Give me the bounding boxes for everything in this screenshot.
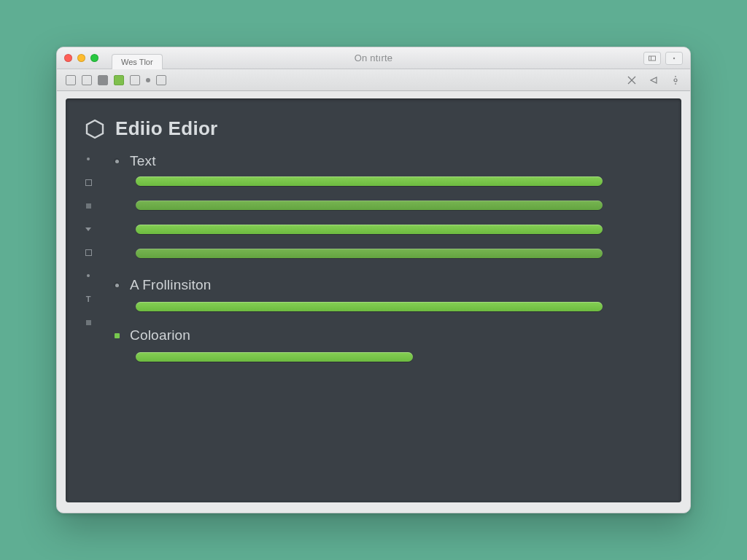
bullet-icon[interactable]: [146, 78, 150, 82]
hexagon-icon: [85, 119, 105, 139]
bullet-square-icon: [114, 332, 120, 338]
gutter-marker: [85, 317, 92, 327]
document-heading: Ediio Edior: [115, 117, 218, 140]
gutter-marker: [85, 224, 92, 234]
section-heading-frollinsiton: A Frollinsiton: [114, 277, 638, 293]
save-icon[interactable]: [98, 75, 108, 85]
window-title: On ntırte: [355, 52, 392, 63]
gutter-marker: [85, 201, 92, 211]
layout-icon[interactable]: [130, 75, 140, 85]
section-label: A Frollinsiton: [130, 277, 212, 293]
content-lines: [136, 302, 638, 311]
section-label: Text: [130, 153, 156, 169]
bullet-dot-icon: [114, 158, 120, 164]
svg-point-2: [673, 57, 675, 58]
folder-icon[interactable]: [82, 75, 92, 85]
text-line[interactable]: [136, 201, 603, 210]
gutter-marker: [85, 247, 92, 257]
section-heading-text: Text: [114, 153, 638, 169]
zoom-button[interactable]: [90, 54, 98, 62]
text-line[interactable]: [136, 249, 603, 258]
app-window: Wes Tlor On ntırte: [56, 47, 691, 513]
content-lines: [136, 176, 638, 258]
toolbar: [57, 69, 690, 91]
more-button[interactable]: [665, 52, 683, 65]
text-line[interactable]: [136, 352, 413, 362]
section-heading-coloarion: Coloarion: [114, 327, 638, 343]
share-icon[interactable]: [648, 74, 659, 86]
panel-toggle-button[interactable]: [643, 52, 661, 65]
titlebar: Wes Tlor On ntırte: [57, 47, 690, 69]
svg-point-5: [674, 79, 677, 82]
gutter-marker: [85, 154, 92, 164]
format-icon[interactable]: [156, 75, 166, 85]
gutter: T: [85, 154, 92, 327]
svg-marker-8: [87, 120, 103, 138]
close-button[interactable]: [64, 54, 72, 62]
svg-rect-0: [649, 56, 656, 61]
gutter-marker: [85, 177, 92, 187]
text-line[interactable]: [136, 302, 603, 311]
tab-label: Wes Tlor: [121, 58, 153, 66]
gutter-marker: [85, 271, 92, 281]
file-icon[interactable]: [66, 75, 76, 85]
run-icon[interactable]: [114, 75, 124, 85]
titlebar-right-controls: [643, 52, 683, 65]
tab-document[interactable]: Wes Tlor: [112, 54, 163, 70]
minimize-button[interactable]: [77, 54, 85, 62]
editor-pane[interactable]: Ediio Edior T Text A Frollinsiton: [66, 98, 681, 502]
cut-icon[interactable]: [626, 74, 638, 86]
toolbar-right: [626, 74, 681, 86]
content-lines: [136, 352, 638, 362]
text-line[interactable]: [136, 225, 603, 234]
bullet-dot-icon: [114, 282, 120, 288]
window-controls: [64, 54, 98, 62]
document-heading-row: Ediio Edior: [85, 117, 638, 140]
gutter-marker: T: [85, 294, 92, 304]
section-label: Coloarion: [130, 327, 190, 343]
text-line[interactable]: [136, 176, 603, 186]
settings-icon[interactable]: [670, 74, 681, 86]
